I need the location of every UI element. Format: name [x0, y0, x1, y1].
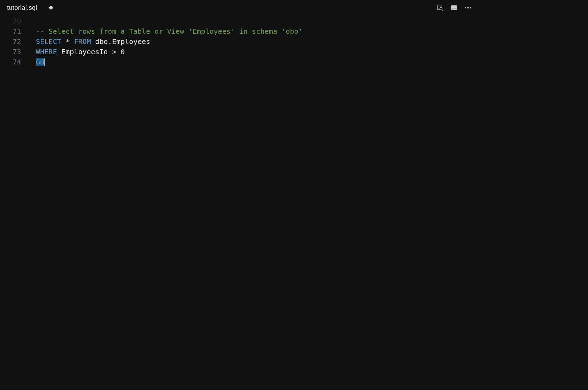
sql-table: dbo.Employees	[95, 37, 151, 46]
sql-star: *	[65, 37, 70, 46]
tab-active[interactable]: tutorial.sql	[3, 0, 57, 15]
sql-comment: -- Select rows from a Table or View 'Emp…	[36, 27, 303, 36]
sql-keyword: SELECT	[36, 37, 61, 46]
text-cursor	[44, 58, 45, 66]
code-line: GO	[36, 57, 475, 67]
code-line: WHERE EmployeesId > 0	[36, 47, 475, 57]
split-editor-icon[interactable]	[450, 4, 458, 12]
sql-keyword: FROM	[74, 37, 91, 46]
svg-line-2	[442, 10, 443, 11]
line-number: 74	[0, 57, 21, 67]
line-number: 70	[0, 16, 21, 26]
more-actions-icon[interactable]	[464, 4, 472, 12]
code-line	[36, 16, 475, 26]
search-in-file-icon[interactable]	[436, 4, 444, 12]
tab-actions	[436, 4, 473, 12]
sql-number: 0	[121, 48, 125, 56]
svg-rect-3	[451, 5, 457, 10]
line-number: 71	[0, 26, 21, 37]
line-number: 73	[0, 47, 21, 57]
sql-column: EmployeesId	[61, 48, 108, 56]
sql-operator: >	[112, 48, 116, 56]
tab-filename: tutorial.sql	[7, 4, 37, 12]
code-line: -- Select rows from a Table or View 'Emp…	[36, 26, 475, 37]
code-editor[interactable]: 70 71 72 73 74 -- Select rows from a Tab…	[0, 15, 475, 67]
dirty-indicator-icon	[49, 6, 53, 10]
line-number-gutter: 70 71 72 73 74	[0, 16, 25, 67]
line-number: 72	[0, 37, 21, 47]
code-line: SELECT * FROM dbo.Employees	[36, 37, 475, 47]
code-content[interactable]: -- Select rows from a Table or View 'Emp…	[25, 16, 475, 67]
sql-keyword-selected: GO	[36, 58, 44, 66]
tab-bar: tutorial.sql	[0, 0, 475, 15]
sql-keyword: WHERE	[36, 48, 57, 56]
svg-rect-4	[451, 8, 457, 8]
